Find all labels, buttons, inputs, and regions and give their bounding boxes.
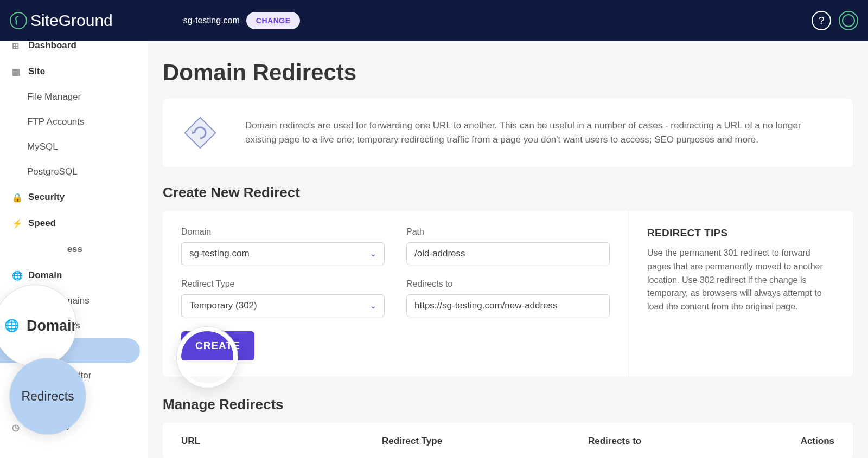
sidebar-item-speed[interactable]: ⚡Speed	[0, 210, 148, 236]
redirects-to-label: Redirects to	[406, 279, 610, 289]
sidebar-item-ftp[interactable]: FTP Accounts	[0, 109, 148, 134]
sidebar-item-dashboard[interactable]: ⊞Dashboard	[0, 41, 148, 59]
sidebar-item-postgresql[interactable]: PostgreSQL	[0, 159, 148, 184]
path-label: Path	[406, 227, 610, 237]
main-content: Domain Redirects Domain redirects are us…	[148, 41, 868, 458]
create-button[interactable]: CREATE	[181, 331, 254, 360]
sidebar-item-security[interactable]: 🔒Security	[0, 184, 148, 210]
brand-logo[interactable]: SiteGround	[10, 11, 113, 30]
sidebar-item-site[interactable]: ▦Site	[0, 59, 148, 85]
globe-icon: 🌐	[12, 270, 22, 281]
redirect-type-select[interactable]: Temporary (302)⌄	[181, 294, 385, 317]
domain-label: Domain	[181, 227, 385, 237]
path-input[interactable]	[406, 242, 610, 265]
lock-icon: 🔒	[12, 192, 22, 203]
col-url: URL	[181, 436, 382, 447]
brand-text: SiteGround	[30, 11, 113, 30]
chevron-down-icon: ⌄	[370, 301, 376, 310]
tips-text: Use the permanent 301 redirect to forwar…	[647, 247, 834, 314]
table-header-row: URL Redirect Type Redirects to Actions	[181, 436, 834, 447]
sidebar-item-mysql[interactable]: MySQL	[0, 134, 148, 159]
sidebar-item-wordpress[interactable]: ess	[0, 236, 148, 262]
logo-icon	[10, 12, 27, 29]
redirects-table: URL Redirect Type Redirects to Actions	[163, 423, 853, 458]
page-title: Domain Redirects	[163, 60, 853, 86]
globe-icon: 🌐	[4, 319, 19, 333]
site-icon: ▦	[12, 67, 22, 77]
avatar-icon[interactable]	[839, 11, 858, 30]
stats-icon: ◷	[12, 422, 22, 433]
svg-rect-0	[185, 118, 216, 149]
col-type: Redirect Type	[382, 436, 588, 447]
info-text: Domain redirects are used for forwarding…	[245, 119, 834, 147]
sidebar: ⊞Dashboard ▦Site File Manager FTP Accoun…	[0, 41, 148, 458]
speed-icon: ⚡	[12, 218, 22, 229]
col-actions: Actions	[786, 436, 834, 447]
redirect-icon	[181, 114, 219, 152]
redirect-type-label: Redirect Type	[181, 279, 385, 289]
current-domain: sg-testing.com	[183, 16, 240, 25]
info-card: Domain redirects are used for forwarding…	[163, 99, 853, 167]
create-form: Domain sg-testing.com⌄ Path Redirect Typ…	[163, 211, 853, 377]
domain-switcher: sg-testing.com CHANGE	[183, 12, 301, 29]
tips-title: REDIRECT TIPS	[647, 227, 834, 239]
manage-section-title: Manage Redirects	[163, 396, 853, 413]
col-to: Redirects to	[588, 436, 786, 447]
magnified-redirects-label: Redirects	[10, 358, 86, 434]
create-section-title: Create New Redirect	[163, 184, 853, 201]
dashboard-icon: ⊞	[12, 41, 22, 51]
redirects-to-input[interactable]	[406, 294, 610, 317]
sidebar-item-domain[interactable]: 🌐Domain	[0, 262, 148, 288]
app-header: SiteGround sg-testing.com CHANGE ?	[0, 0, 868, 41]
change-domain-button[interactable]: CHANGE	[246, 12, 301, 29]
sidebar-item-file-manager[interactable]: File Manager	[0, 85, 148, 109]
domain-select[interactable]: sg-testing.com⌄	[181, 242, 385, 265]
help-icon[interactable]: ?	[812, 11, 831, 30]
chevron-down-icon: ⌄	[370, 249, 376, 258]
